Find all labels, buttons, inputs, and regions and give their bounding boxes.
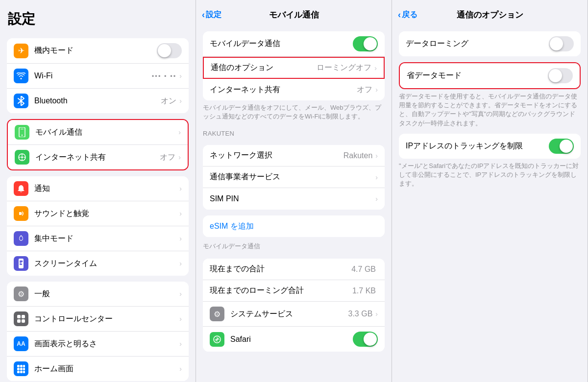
power-saving-group: 省データモード: [399, 62, 581, 89]
power-saving-toggle[interactable]: [548, 68, 573, 83]
wifi-label: Wi-Fi: [34, 72, 152, 80]
options-panel: ‹ 戻る 通信のオプション データローミング 省データモード 省データモードを使…: [392, 0, 588, 382]
rakuten-group: ネットワーク選択 Rakuten › 通信事業者サービス › SIM PIN ›: [203, 145, 385, 210]
sound-item[interactable]: サウンドと触覚 ›: [7, 201, 189, 226]
svg-rect-2: [21, 129, 24, 129]
svg-rect-12: [20, 263, 22, 263]
network-select-value: Rakuten: [343, 151, 373, 160]
wifi-item[interactable]: Wi-Fi ••• • •• ›: [7, 64, 189, 89]
notification-group: 通知 › サウンドと触覚 ›: [7, 176, 189, 276]
screentime-chevron: ›: [179, 260, 182, 267]
mobile-chevron: ›: [178, 128, 181, 136]
ip-tracking-group: IPアドレスのトラッキングを制限: [399, 134, 581, 159]
data-roaming-group: データローミング: [399, 31, 581, 56]
general-icon: ⚙: [14, 286, 28, 301]
focus-chevron: ›: [179, 235, 182, 242]
internet-sharing-chevron: ›: [178, 153, 181, 161]
control-center-icon: [14, 311, 28, 326]
roaming-total-label: 現在までのローミング合計: [210, 286, 352, 296]
data-roaming-item[interactable]: データローミング: [399, 31, 581, 56]
display-label: 画面表示と明るさ: [34, 339, 178, 349]
carrier-service-item[interactable]: 通信事業者サービス ›: [203, 167, 385, 188]
mobile-back-label: 設定: [206, 10, 221, 20]
notification-item[interactable]: 通知 ›: [7, 176, 189, 201]
screentime-item[interactable]: スクリーンタイム ›: [7, 251, 189, 276]
focus-label: 集中モード: [34, 234, 178, 244]
mobile-panel-title: モバイル通信: [269, 9, 319, 21]
svg-rect-24: [17, 371, 20, 373]
mobile-icon: [15, 125, 29, 140]
bluetooth-item[interactable]: Bluetooth オン ›: [7, 89, 189, 113]
system-services-chevron: ›: [375, 310, 378, 318]
display-icon: AA: [14, 336, 28, 351]
options-back-button[interactable]: ‹ 戻る: [398, 10, 417, 20]
safari-icon: [210, 332, 224, 347]
data-roaming-label: データローミング: [406, 39, 549, 49]
internet-sharing2-item[interactable]: インターネット共有 オフ ›: [203, 79, 385, 100]
esim-label: eSIM を追加: [210, 221, 254, 232]
safari-label: Safari: [230, 335, 353, 344]
roaming-total-value: 1.7 KB: [352, 286, 376, 295]
mobile-data-item[interactable]: モバイルデータ通信: [203, 31, 385, 57]
control-center-label: コントロールセンター: [34, 314, 178, 324]
esim-group: eSIM を追加: [203, 215, 385, 237]
safari-item[interactable]: Safari: [203, 327, 385, 352]
internet-sharing-item[interactable]: インターネット共有 オフ ›: [8, 145, 188, 169]
bluetooth-value: オン: [161, 96, 176, 106]
mobile-item[interactable]: モバイル通信 ›: [8, 120, 188, 145]
data-roaming-toggle[interactable]: [549, 36, 574, 51]
svg-rect-20: [23, 365, 25, 367]
airplane-mode-item[interactable]: ✈ 機内モード: [7, 38, 189, 64]
options-back-chevron-icon: ‹: [398, 10, 401, 20]
internet-sharing-label: インターネット共有: [35, 152, 160, 163]
svg-rect-25: [20, 371, 23, 373]
bluetooth-chevron: ›: [179, 97, 182, 105]
ip-tracking-toggle[interactable]: [549, 139, 574, 154]
options-panel-header: ‹ 戻る 通信のオプション: [392, 0, 588, 25]
mobile-data-toggle[interactable]: [353, 36, 378, 51]
internet-sharing2-label: インターネット共有: [210, 85, 357, 95]
focus-icon: [14, 231, 28, 246]
svg-rect-16: [17, 319, 21, 323]
focus-item[interactable]: 集中モード ›: [7, 226, 189, 251]
svg-rect-22: [20, 368, 23, 370]
svg-rect-15: [22, 315, 25, 318]
safari-toggle[interactable]: [353, 332, 378, 347]
power-saving-item[interactable]: 省データモード: [400, 63, 580, 88]
control-center-item[interactable]: コントロールセンター ›: [7, 307, 189, 332]
network-select-item[interactable]: ネットワーク選択 Rakuten ›: [203, 145, 385, 167]
home-screen-icon: [14, 361, 28, 376]
ip-tracking-label: IPアドレスのトラッキングを制限: [406, 141, 549, 151]
airplane-toggle[interactable]: [157, 43, 182, 58]
power-saving-label: 省データモード: [407, 71, 548, 81]
airplane-mode-label: 機内モード: [34, 46, 157, 56]
sound-chevron: ›: [179, 210, 182, 217]
home-screen-chevron: ›: [179, 365, 182, 373]
current-total-item: 現在までの合計 4.7 GB: [203, 259, 385, 280]
current-total-value: 4.7 GB: [351, 265, 376, 274]
power-saving-desc: 省データモードを使用すると、モバイルデータ通信のデータ使用量を節約することができ…: [392, 89, 588, 132]
svg-rect-14: [17, 315, 21, 318]
options-item[interactable]: 通信のオプション ローミングオフ ›: [203, 57, 385, 79]
svg-point-1: [22, 135, 23, 136]
system-services-value: 3.3 GB: [348, 310, 373, 318]
mobile-data-group: モバイルデータ通信 通信のオプション ローミングオフ › インターネット共有 オ…: [203, 31, 385, 100]
display-item[interactable]: AA 画面表示と明るさ ›: [7, 332, 189, 357]
mobile-data-desc: モバイルデータ通信をオフにして、メール、Webブラウズ、プッシュ通知などのすべて…: [196, 100, 392, 125]
svg-rect-9: [19, 212, 21, 215]
ip-tracking-item[interactable]: IPアドレスのトラッキングを制限: [399, 134, 581, 159]
system-services-item[interactable]: ⚙ システムサービス 3.3 GB ›: [203, 302, 385, 327]
home-screen-item[interactable]: ホーム画面 ›: [7, 357, 189, 381]
network-select-chevron: ›: [375, 152, 378, 160]
sim-pin-chevron: ›: [375, 195, 378, 203]
mobile-panel-header: ‹ 設定 モバイル通信: [196, 0, 392, 25]
sim-pin-item[interactable]: SIM PIN ›: [203, 188, 385, 210]
general-item[interactable]: ⚙ 一般 ›: [7, 282, 189, 307]
options-label: 通信のオプション: [211, 63, 317, 73]
wifi-value: ••• • ••: [152, 72, 177, 80]
esim-item[interactable]: eSIM を追加: [203, 215, 385, 237]
options-value: ローミングオフ: [317, 63, 371, 73]
mobile-back-button[interactable]: ‹ 設定: [202, 10, 221, 20]
options-back-label: 戻る: [402, 10, 417, 20]
connectivity-group: ✈ 機内モード Wi-Fi ••• • •• ›: [7, 38, 189, 113]
